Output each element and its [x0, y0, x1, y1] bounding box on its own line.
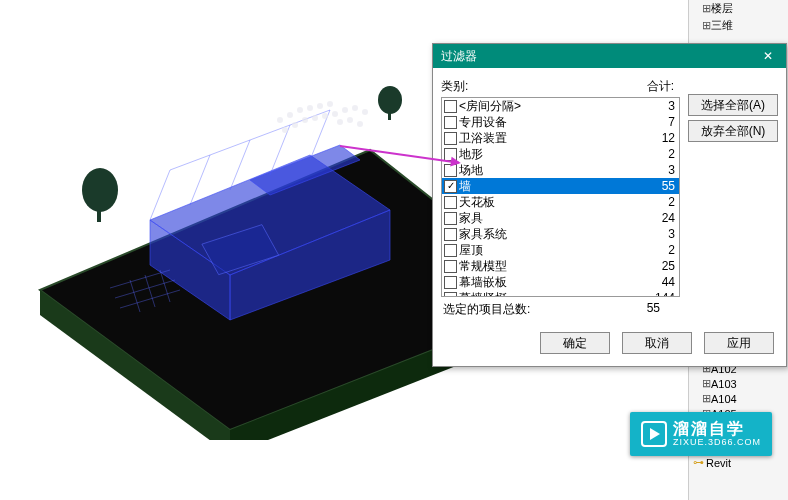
- tree-node[interactable]: ⊞A104: [689, 391, 788, 406]
- filter-row-label: 专用设备: [459, 114, 645, 131]
- svg-point-15: [297, 107, 303, 113]
- expand-icon[interactable]: ⊞: [701, 377, 711, 390]
- filter-row-label: 地形: [459, 146, 645, 163]
- checkbox[interactable]: [444, 276, 457, 289]
- svg-rect-34: [388, 112, 391, 120]
- filter-row-count: 3: [645, 227, 677, 241]
- filter-row-label: 幕墙竖梃: [459, 290, 645, 298]
- filter-dialog: 过滤器 ✕ 类别: 合计: <房间分隔>3专用设备7卫浴装置12地形2场地3墙5…: [432, 43, 787, 367]
- filter-row-count: 25: [645, 259, 677, 273]
- filter-row-count: 2: [645, 147, 677, 161]
- checkbox[interactable]: [444, 100, 457, 113]
- link-icon: ⊶: [693, 456, 704, 469]
- cancel-button[interactable]: 取消: [622, 332, 692, 354]
- svg-point-18: [327, 101, 333, 107]
- tree-label: A103: [711, 378, 737, 390]
- filter-row-count: 7: [645, 115, 677, 129]
- filter-row-count: 144: [645, 291, 677, 297]
- svg-line-7: [150, 170, 170, 220]
- deselect-all-button[interactable]: 放弃全部(N): [688, 120, 778, 142]
- watermark-sub: ZIXUE.3D66.COM: [673, 438, 761, 448]
- svg-point-14: [287, 112, 293, 118]
- filter-row-label: 场地: [459, 162, 645, 179]
- filter-list[interactable]: <房间分隔>3专用设备7卫浴装置12地形2场地3墙55天花板2家具24家具系统3…: [441, 97, 680, 297]
- filter-row-label: <房间分隔>: [459, 98, 645, 115]
- svg-point-22: [312, 115, 318, 121]
- select-all-button[interactable]: 选择全部(A): [688, 94, 778, 116]
- svg-point-19: [282, 127, 288, 133]
- expand-icon[interactable]: ⊞: [701, 392, 711, 405]
- tree-label: 楼层: [711, 1, 733, 16]
- filter-row-count: 44: [645, 275, 677, 289]
- svg-point-31: [82, 168, 118, 212]
- ok-button[interactable]: 确定: [540, 332, 610, 354]
- filter-row-count: 2: [645, 195, 677, 209]
- filter-row-label: 卫浴装置: [459, 130, 645, 147]
- svg-point-23: [322, 113, 328, 119]
- checkbox[interactable]: [444, 260, 457, 273]
- dialog-title-text: 过滤器: [441, 44, 477, 68]
- filter-row[interactable]: <房间分隔>3: [442, 98, 679, 114]
- filter-row[interactable]: 常规模型25: [442, 258, 679, 274]
- filter-row[interactable]: 天花板2: [442, 194, 679, 210]
- svg-rect-32: [97, 208, 101, 222]
- play-icon: [641, 421, 667, 447]
- tree-node[interactable]: ⊞三维: [689, 17, 788, 34]
- filter-row[interactable]: 家具系统3: [442, 226, 679, 242]
- tree-label: A104: [711, 393, 737, 405]
- filter-row[interactable]: 墙55: [442, 178, 679, 194]
- svg-point-26: [352, 105, 358, 111]
- checkbox[interactable]: [444, 132, 457, 145]
- filter-row-count: 55: [645, 179, 677, 193]
- filter-row-count: 3: [645, 163, 677, 177]
- checkbox[interactable]: [444, 116, 457, 129]
- checkbox[interactable]: [444, 180, 457, 193]
- checkbox[interactable]: [444, 292, 457, 298]
- filter-row[interactable]: 屋顶2: [442, 242, 679, 258]
- checkbox[interactable]: [444, 228, 457, 241]
- svg-point-33: [378, 86, 402, 114]
- filter-row[interactable]: 家具24: [442, 210, 679, 226]
- checkbox[interactable]: [444, 196, 457, 209]
- close-icon[interactable]: ✕: [758, 44, 778, 68]
- svg-point-13: [277, 117, 283, 123]
- filter-row[interactable]: 幕墙竖梃144: [442, 290, 679, 297]
- filter-row-label: 家具: [459, 210, 645, 227]
- filter-row[interactable]: 专用设备7: [442, 114, 679, 130]
- filter-row[interactable]: 卫浴装置12: [442, 130, 679, 146]
- svg-point-27: [362, 109, 368, 115]
- filter-row[interactable]: 场地3: [442, 162, 679, 178]
- svg-point-28: [337, 119, 343, 125]
- svg-point-17: [317, 103, 323, 109]
- filter-row-count: 2: [645, 243, 677, 257]
- expand-icon[interactable]: ⊞: [701, 2, 711, 15]
- checkbox[interactable]: [444, 244, 457, 257]
- filter-row[interactable]: 地形2: [442, 146, 679, 162]
- tree-label: Revit: [706, 457, 731, 469]
- svg-point-24: [332, 111, 338, 117]
- filter-row-count: 12: [645, 131, 677, 145]
- checkbox[interactable]: [444, 212, 457, 225]
- filter-row-label: 家具系统: [459, 226, 645, 243]
- tree-node[interactable]: ⊞楼层: [689, 0, 788, 17]
- header-category: 类别:: [441, 78, 630, 95]
- svg-point-25: [342, 107, 348, 113]
- filter-row[interactable]: 幕墙嵌板44: [442, 274, 679, 290]
- filter-row-count: 24: [645, 211, 677, 225]
- filter-row-count: 3: [645, 99, 677, 113]
- apply-button[interactable]: 应用: [704, 332, 774, 354]
- svg-point-21: [302, 117, 308, 123]
- filter-row-label: 屋顶: [459, 242, 645, 259]
- filter-row-label: 常规模型: [459, 258, 645, 275]
- total-label: 选定的项目总数:: [443, 301, 628, 318]
- svg-point-30: [357, 121, 363, 127]
- dialog-titlebar[interactable]: 过滤器 ✕: [433, 44, 786, 68]
- svg-point-16: [307, 105, 313, 111]
- expand-icon[interactable]: ⊞: [701, 19, 711, 32]
- tree-node[interactable]: ⊞A103: [689, 376, 788, 391]
- tree-node[interactable]: ⊶Revit: [689, 455, 788, 470]
- filter-row-label: 幕墙嵌板: [459, 274, 645, 291]
- svg-point-20: [292, 122, 298, 128]
- watermark-main: 溜溜自学: [673, 420, 761, 438]
- tree-label: 三维: [711, 18, 733, 33]
